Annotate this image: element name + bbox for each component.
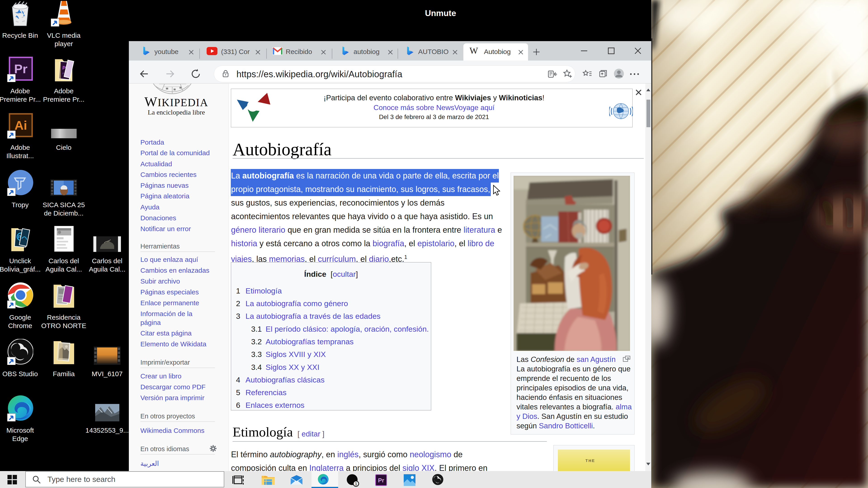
svg-text:Pr: Pr: [14, 62, 27, 76]
svg-text:1: 1: [355, 482, 358, 486]
svg-text:Ai: Ai: [14, 118, 27, 132]
svg-text:Pr: Pr: [378, 477, 384, 484]
